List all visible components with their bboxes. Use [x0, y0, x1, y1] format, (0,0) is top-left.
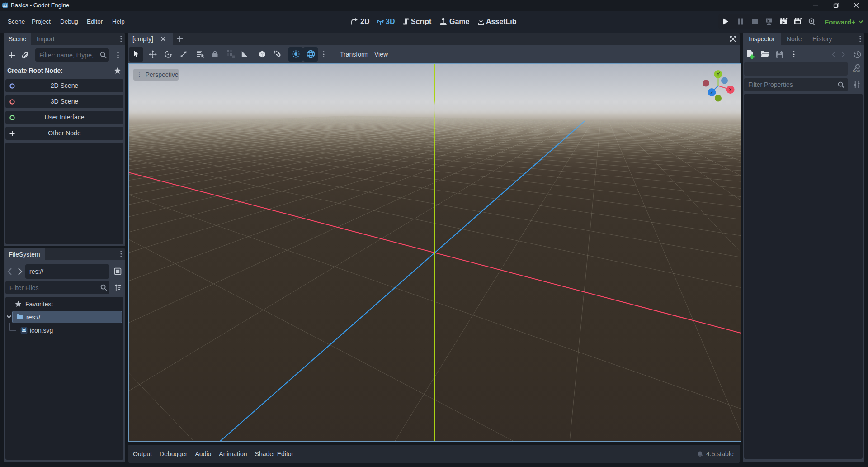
svg-text:X: X [728, 87, 732, 92]
svg-text:Y: Y [716, 71, 720, 77]
svg-text:DOC: DOC [853, 69, 860, 73]
svg-text:Z: Z [710, 90, 713, 95]
